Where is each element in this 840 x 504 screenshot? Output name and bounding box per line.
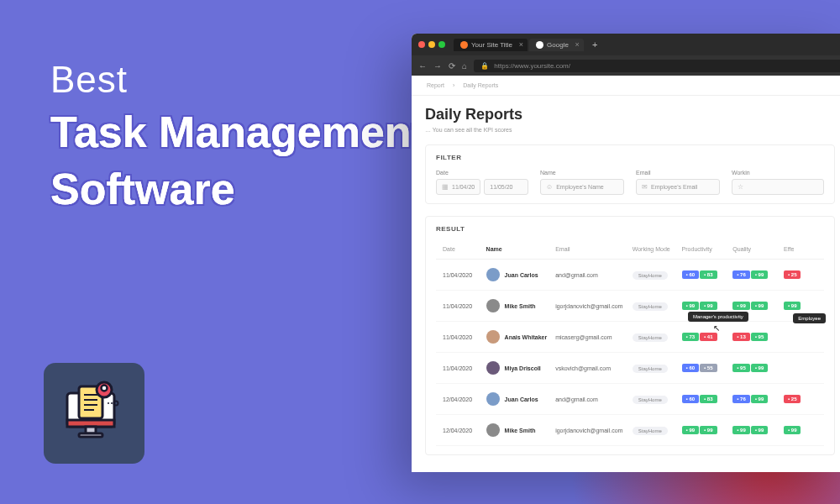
col-date: Date	[439, 246, 483, 252]
max-dot[interactable]	[438, 41, 445, 48]
url-input[interactable]: 🔒 https://www.yoursite.com/	[474, 60, 840, 72]
metric-pill: ▪ 99	[784, 426, 801, 434]
metric-pill: ▪ 99	[700, 302, 717, 310]
page-title: Daily Reports	[425, 106, 835, 123]
table-row[interactable]: 11/04/2020Miya Driscollvskovich@gmail.co…	[436, 353, 824, 384]
cell-eff: ▪ 99	[780, 426, 821, 434]
metric-pill: ▪ 99	[732, 426, 749, 434]
table-row[interactable]: 12/04/2020Juan Carlosand@gmail.comStayHo…	[436, 384, 824, 415]
home-icon[interactable]: ⌂	[462, 61, 467, 71]
table-row[interactable]: 11/04/2020Mike Smithigorjdanovich@gmail.…	[436, 291, 824, 322]
table-row[interactable]: 11/04/2020Anais Whitakermicaserg@gmail.c…	[436, 322, 824, 353]
crumb-item[interactable]: Daily Reports	[463, 82, 498, 88]
tooltip: Employee	[793, 313, 826, 323]
browser-tab-active[interactable]: Your Site Title ×	[454, 39, 528, 51]
window-controls[interactable]	[418, 41, 445, 48]
cell-qual: ▪ 99▪ 99	[729, 426, 780, 434]
filter-label: Workin	[732, 170, 824, 176]
cell-qual: ▪ 13▪ 95	[729, 333, 780, 341]
new-tab-button[interactable]: +	[585, 39, 604, 50]
cell-name: Miya Driscoll	[483, 361, 553, 375]
filter-label: Date	[436, 170, 528, 176]
cell-eff: ▪ 25	[780, 395, 821, 403]
lock-icon: 🔒	[480, 62, 489, 70]
hero-line3: Software	[50, 165, 426, 215]
cell-mode: StayHome	[629, 272, 679, 278]
table-row[interactable]: 12/04/2020Mike Smithigorjdanovich@gmail.…	[436, 415, 824, 446]
metric-pill: ▪ 95	[732, 364, 749, 372]
avatar	[486, 392, 500, 406]
cell-name: Anais Whitaker	[483, 330, 553, 344]
metric-pill: ▪ 99	[751, 270, 768, 279]
metric-pill: ▪ 95	[751, 333, 768, 341]
mode-badge: StayHome	[633, 427, 668, 435]
avatar	[486, 268, 500, 281]
cell-email: and@gmail.com	[552, 396, 629, 402]
email-input[interactable]: ✉Employee's Email	[636, 179, 720, 195]
crumb-item[interactable]: Report	[427, 82, 444, 88]
cell-qual: ▪ 76▪ 99	[729, 395, 780, 403]
cell-prod: ▪ 99▪ 99	[679, 302, 730, 310]
col-name: Name	[483, 246, 553, 252]
browser-window: Your Site Title × Google × + ← → ⟳ ⌂ 🔒 h…	[412, 34, 840, 472]
table-row[interactable]: 11/04/2020Juan Carlosand@gmail.comStayHo…	[436, 260, 824, 291]
name-input[interactable]: ☺Employee's Name	[540, 179, 624, 195]
cell-date: 12/04/2020	[439, 396, 483, 402]
cell-date: 12/04/2020	[439, 428, 483, 433]
cell-date: 11/04/2020	[439, 365, 483, 371]
cell-eff: ▪ 25	[780, 270, 821, 279]
mode-badge: StayHome	[633, 271, 668, 280]
metric-pill: ▪ 60	[682, 270, 699, 279]
reload-icon[interactable]: ⟳	[449, 61, 455, 71]
calendar-icon: ▦	[442, 183, 449, 191]
browser-urlbar: ← → ⟳ ⌂ 🔒 https://www.yoursite.com/	[412, 55, 840, 76]
cell-name: Juan Carlos	[483, 392, 553, 406]
metric-pill: ▪ 99	[682, 426, 699, 434]
cell-mode: StayHome	[629, 396, 679, 402]
cell-date: 11/04/2020	[439, 334, 483, 340]
cell-email: igorjdanovich@gmail.com	[552, 428, 629, 433]
close-icon[interactable]: ×	[575, 40, 580, 49]
cell-email: and@gmail.com	[552, 272, 629, 278]
back-icon[interactable]: ←	[418, 61, 427, 71]
page-subtitle: … You can see all the KPI scores	[425, 127, 835, 133]
mail-icon: ✉	[642, 183, 648, 191]
metric-pill: ▪ 99	[751, 302, 768, 310]
col-qual: Quality	[729, 246, 780, 252]
col-prod: Productivity	[679, 246, 730, 252]
cell-mode: StayHome	[629, 334, 679, 340]
svg-rect-3	[79, 433, 102, 437]
metric-pill: ▪ 83	[700, 395, 717, 403]
filter-panel: FILTER Date ▦11/04/20 11/05/20 Name ☺Emp…	[425, 144, 835, 204]
mode-input[interactable]: ☆	[732, 179, 824, 195]
mode-badge: StayHome	[633, 333, 668, 342]
result-title: RESULT	[436, 225, 824, 233]
app-icon	[44, 363, 144, 464]
tooltip: Manager's productivity	[688, 312, 748, 322]
filter-name: Name ☺Employee's Name	[540, 170, 624, 195]
filter-title: FILTER	[436, 154, 824, 161]
cell-name: Juan Carlos	[483, 268, 553, 281]
metric-pill: ▪ 25	[784, 270, 801, 279]
cell-eff: ▪ 99	[780, 302, 821, 310]
breadcrumb: Report › Daily Reports	[412, 76, 840, 96]
avatar	[486, 330, 500, 344]
date-to-input[interactable]: 11/05/20	[484, 179, 528, 195]
forward-icon[interactable]: →	[433, 61, 442, 71]
avatar	[486, 299, 500, 312]
metric-pill: ▪ 99	[751, 426, 768, 434]
col-eff: Effe	[780, 246, 821, 252]
hero-line2: Task Management	[50, 108, 426, 158]
favicon-icon	[460, 41, 468, 49]
cell-qual: ▪ 95▪ 99	[729, 364, 780, 372]
filter-date: Date ▦11/04/20 11/05/20	[436, 170, 528, 195]
cell-date: 11/04/2020	[439, 303, 483, 309]
cell-qual: ▪ 76▪ 99	[729, 270, 780, 279]
min-dot[interactable]	[428, 41, 435, 48]
browser-tab[interactable]: Google ×	[529, 39, 584, 51]
close-dot[interactable]	[418, 41, 425, 48]
date-from-input[interactable]: ▦11/04/20	[436, 179, 480, 195]
close-icon[interactable]: ×	[519, 40, 523, 49]
cell-name: Mike Smith	[483, 423, 553, 437]
metric-pill: ▪ 99	[784, 302, 801, 310]
